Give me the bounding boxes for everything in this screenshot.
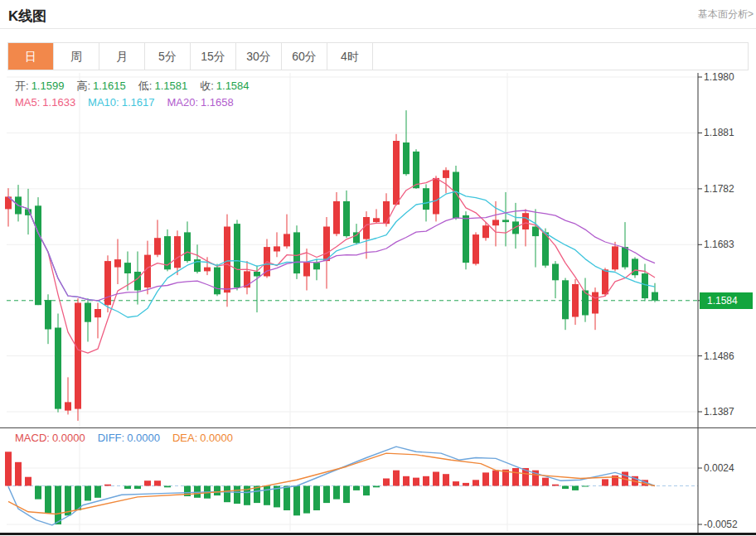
high-readout: 高:1.1615 [76, 79, 125, 94]
close-readout: 收:1.1584 [200, 79, 249, 94]
svg-text:1.1980: 1.1980 [704, 71, 734, 83]
low-readout: 低:1.1581 [138, 79, 187, 94]
ma5-readout: MA5:1.1633 [15, 96, 75, 109]
svg-text:1.1486: 1.1486 [704, 350, 734, 362]
dea-line [8, 453, 655, 514]
macd-legend: MACD:0.0000 DIFF:0.0000 DEA:0.0000 [15, 432, 245, 444]
current-price-badge: 1.1584 [700, 292, 753, 309]
ma-legend: MA5:1.1633 MA10:1.1617 MA20:1.1658 [15, 96, 246, 109]
svg-text:1.1782: 1.1782 [704, 183, 734, 195]
svg-text:-0.0052: -0.0052 [704, 519, 738, 530]
ma10-readout: MA10:1.1617 [88, 96, 154, 109]
panel-divider [0, 427, 756, 428]
svg-text:0.0024: 0.0024 [704, 462, 734, 474]
open-readout: 开:1.1599 [15, 79, 64, 94]
diff-readout: DIFF:0.0000 [98, 432, 160, 444]
svg-text:1.1881: 1.1881 [704, 127, 734, 138]
bottom-border [0, 533, 756, 535]
dea-readout: DEA:0.0000 [172, 432, 233, 444]
svg-text:1.1683: 1.1683 [704, 239, 734, 250]
candles-group [5, 110, 658, 421]
macd-readout: MACD:0.0000 [15, 432, 85, 444]
ohlc-legend: 开:1.1599 高:1.1615 低:1.1581 收:1.1584 [15, 79, 262, 94]
svg-text:1.1387: 1.1387 [704, 406, 734, 418]
ma20-readout: MA20:1.1658 [167, 96, 233, 109]
macd-bars-group [5, 451, 648, 524]
